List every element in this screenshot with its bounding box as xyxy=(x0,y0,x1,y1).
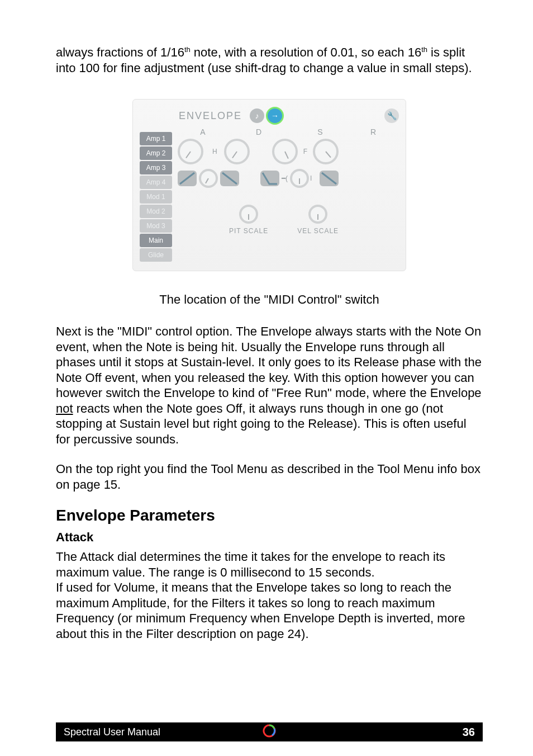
dials-area: A D S R H F xyxy=(172,127,399,263)
envelope-tabs: Amp 1 Amp 2 Amp 3 Amp 4 Mod 1 Mod 2 Mod … xyxy=(140,132,172,263)
label-i: I xyxy=(310,174,312,182)
footer-logo-icon xyxy=(262,724,277,740)
tab-mod3[interactable]: Mod 3 xyxy=(140,219,172,233)
label-h: H xyxy=(212,148,217,155)
pit-scale-label: PIT SCALE xyxy=(229,227,268,235)
dial-row-1: H F xyxy=(178,139,399,164)
tool-menu-icon[interactable]: 🔧 xyxy=(384,108,399,123)
midi-paragraph: Next is the "MIDI" control option. The E… xyxy=(56,324,483,447)
dial-row-2: ━( I xyxy=(178,169,399,188)
label-f: F xyxy=(303,148,307,155)
tool-menu-paragraph: On the top right you find the Tool Menu … xyxy=(56,461,483,492)
attack-paragraph: The Attack dial determines the time it t… xyxy=(56,549,483,641)
midi-para-a: Next is the "MIDI" control option. The E… xyxy=(56,324,482,400)
release-shape[interactable] xyxy=(320,171,339,186)
intro-text-2: note, with a resolution of 0.01, so each… xyxy=(191,45,421,59)
i-dial[interactable] xyxy=(290,169,309,188)
label-a: A xyxy=(178,127,228,136)
intro-sup-2: th xyxy=(421,45,427,54)
label-d: D xyxy=(228,127,289,136)
release-dial[interactable] xyxy=(313,139,339,164)
attack-shape[interactable] xyxy=(178,171,197,186)
tab-amp2[interactable]: Amp 2 xyxy=(140,147,172,160)
envelope-parameters-heading: Envelope Parameters xyxy=(56,507,483,525)
vel-scale-dial[interactable] xyxy=(308,205,327,224)
envelope-header: ENVELOPE ♪ → 🔧 xyxy=(140,104,399,127)
envelope-title: ENVELOPE xyxy=(179,110,242,122)
intro-sup-1: th xyxy=(184,45,191,54)
vel-scale-label: VEL SCALE xyxy=(297,227,339,235)
envelope-panel: ENVELOPE ♪ → 🔧 Amp 1 Amp 2 Amp 3 Amp 4 M… xyxy=(132,99,406,271)
adsr-letters: A D S R xyxy=(178,127,399,136)
tab-amp1[interactable]: Amp 1 xyxy=(140,132,172,145)
sustain-shape[interactable] xyxy=(260,171,279,186)
tab-mod1[interactable]: Mod 1 xyxy=(140,190,172,204)
page-number: 36 xyxy=(463,726,475,739)
sustain-dial[interactable] xyxy=(272,139,298,164)
decay-shape[interactable] xyxy=(220,171,239,186)
intro-paragraph: always fractions of 1/16th note, with a … xyxy=(56,45,483,75)
hold-dial[interactable] xyxy=(199,169,218,188)
tab-glide[interactable]: Glide xyxy=(140,248,172,262)
label-s: S xyxy=(289,127,351,136)
midi-para-b: reacts when the Note goes Off, it always… xyxy=(56,401,467,446)
tab-amp4[interactable]: Amp 4 xyxy=(140,176,172,189)
tab-amp3[interactable]: Amp 3 xyxy=(140,161,172,174)
envelope-figure: ENVELOPE ♪ → 🔧 Amp 1 Amp 2 Amp 3 Amp 4 M… xyxy=(56,99,483,271)
footer-title: Spectral User Manual xyxy=(64,726,160,738)
tab-main[interactable]: Main xyxy=(140,234,172,247)
intro-text-1: always fractions of 1/16 xyxy=(56,45,184,59)
attack-dial[interactable] xyxy=(178,139,203,164)
header-icons: ♪ → xyxy=(250,108,282,123)
decay-dial[interactable] xyxy=(224,139,250,164)
note-sync-icon[interactable]: ♪ xyxy=(250,108,264,123)
tab-mod2[interactable]: Mod 2 xyxy=(140,205,172,218)
midi-control-switch[interactable]: → xyxy=(268,108,282,123)
figure-caption: The location of the "MIDI Control" switc… xyxy=(56,292,483,307)
midi-para-underline: not xyxy=(56,401,73,415)
label-r: R xyxy=(351,127,396,136)
pit-scale-dial[interactable] xyxy=(239,205,258,224)
page-footer: Spectral User Manual 36 xyxy=(0,722,533,741)
attack-heading: Attack xyxy=(56,530,483,545)
dial-row-3: PIT SCALE VEL SCALE xyxy=(178,205,399,235)
